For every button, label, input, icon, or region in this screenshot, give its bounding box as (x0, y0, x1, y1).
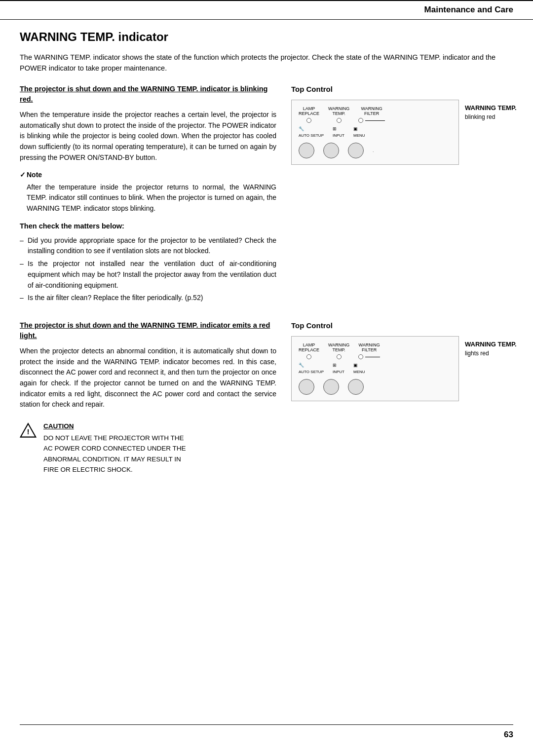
section2-heading: The projector is shut down and the WARNI… (20, 320, 276, 341)
section2-right: Top Control LAMPREPLACE WARNING (291, 320, 517, 413)
section1-heading: The projector is shut down and the WARNI… (20, 84, 276, 105)
warning-temp-dot-2 (337, 354, 342, 359)
caution-block: ! CAUTION DO NOT LEAVE THE PROJECTOR WIT… (20, 421, 276, 475)
menu-btn-2[interactable] (348, 379, 364, 395)
diagram1-annotation: WARNING TEMP. blinking red (465, 100, 517, 121)
svg-text:!: ! (27, 428, 29, 436)
page-number: 63 (504, 729, 513, 741)
buttons-row-2 (299, 379, 452, 395)
list-item: Is the air filter clean? Replace the fil… (20, 293, 276, 303)
warning-temp-annotation-1: WARNING TEMP. (465, 104, 517, 113)
indicator2-lamp-replace: LAMPREPLACE (299, 342, 319, 360)
control-diagram-2: LAMPREPLACE WARNINGTEMP. WARNINGFILTER (291, 336, 459, 402)
note-label: Note (20, 170, 276, 180)
list-item: Did you provide appropriate space for th… (20, 235, 276, 257)
section1-twocol: The projector is shut down and the WARNI… (20, 84, 513, 308)
caution-title: CAUTION (43, 421, 186, 432)
list-item: Is the projector not installed near the … (20, 259, 276, 291)
blinking-annotation: blinking red (465, 113, 517, 121)
lamp-replace-dot (306, 118, 311, 123)
menu-btn[interactable] (348, 143, 364, 158)
caution-line-2: AC POWER CORD CONNECTED UNDER THE (43, 443, 186, 454)
note-text: After the temperature inside the project… (20, 182, 276, 214)
section1-body: When the temperature inside the projecto… (20, 110, 276, 163)
caution-line-4: FIRE OR ELECTRIC SHOCK. (43, 464, 186, 475)
note-block: Note After the temperature inside the pr… (20, 170, 276, 214)
top-control-label-1: Top Control (291, 84, 517, 95)
content-area: WARNING TEMP. indicator The WARNING TEMP… (0, 29, 533, 475)
section1-right: Top Control LAMPREPLACE WARNING (291, 84, 517, 177)
buttons-row-1: . (299, 143, 452, 158)
diagram2-container: LAMPREPLACE WARNINGTEMP. WARNINGFILTER (291, 336, 517, 402)
control-diagram-1: LAMPREPLACE WARNINGTEMP. WARNINGFILTE (291, 100, 459, 165)
header-title: Maintenance and Care (424, 5, 513, 14)
footer: 63 (20, 724, 513, 741)
intro-text: The WARNING TEMP. indicator shows the st… (20, 52, 513, 74)
page-title: WARNING TEMP. indicator (20, 29, 513, 46)
indicator-warning-filter: WARNINGFILTER (358, 106, 385, 123)
section2-body: When the projector detects an abnormal c… (20, 346, 276, 410)
auto-setup-btn-2[interactable] (299, 379, 314, 395)
indicator-warning-temp: WARNINGTEMP. (328, 106, 349, 123)
indicator-lamp-replace: LAMPREPLACE (299, 106, 319, 123)
input-btn-2[interactable] (323, 379, 339, 395)
warning-temp-annotation-2: WARNING TEMP. (465, 340, 517, 349)
warning-filter-dot-2 (358, 354, 363, 359)
auto-setup-btn[interactable] (299, 143, 314, 158)
lamp-replace-dot-2 (306, 354, 311, 359)
lights-annotation: lights red (465, 349, 517, 358)
section2-twocol: The projector is shut down and the WARNI… (20, 320, 513, 475)
section1-left: The projector is shut down and the WARNI… (20, 84, 276, 308)
caution-icon: ! (20, 422, 37, 439)
section2-left: The projector is shut down and the WARNI… (20, 320, 276, 475)
indicator2-warning-temp: WARNINGTEMP. (328, 342, 349, 360)
indicators-row-1: LAMPREPLACE WARNINGTEMP. WARNINGFILTE (299, 106, 452, 123)
top-control-label-2: Top Control (291, 320, 517, 331)
diagram2-annotation: WARNING TEMP. lights red (465, 336, 517, 358)
indicator2-warning-filter: WARNINGFILTER (358, 342, 380, 360)
bullet-list: Did you provide appropriate space for th… (20, 235, 276, 303)
warning-temp-dot (337, 118, 342, 123)
check-heading: Then check the matters below: (20, 221, 276, 231)
diagram1-container: LAMPREPLACE WARNINGTEMP. WARNINGFILTE (291, 100, 517, 165)
caution-text: CAUTION DO NOT LEAVE THE PROJECTOR WITH … (43, 421, 186, 475)
page-wrapper: Maintenance and Care WARNING TEMP. indic… (0, 0, 533, 756)
filter-line-2 (365, 357, 380, 357)
header-bar: Maintenance and Care (0, 0, 533, 20)
indicators-row-2: LAMPREPLACE WARNINGTEMP. WARNINGFILTER (299, 342, 452, 360)
input-btn[interactable] (323, 143, 339, 158)
caution-line-1: DO NOT LEAVE THE PROJECTOR WITH THE (43, 433, 186, 444)
caution-line-3: ABNORMAL CONDITION. IT MAY RESULT IN (43, 454, 186, 465)
filter-line (365, 120, 385, 121)
warning-filter-dot (358, 118, 363, 123)
